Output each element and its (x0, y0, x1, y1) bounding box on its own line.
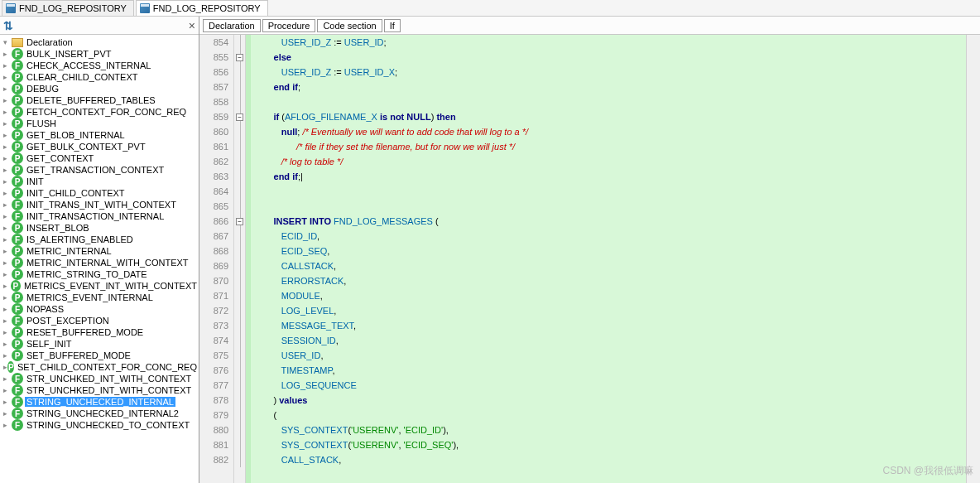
fold-cell[interactable] (234, 288, 245, 303)
expand-icon[interactable]: ▸ (3, 328, 12, 336)
code-line[interactable]: if (AFLOG_FILENAME_X is not NULL) then (251, 109, 966, 124)
code-line[interactable]: ERRORSTACK, (251, 273, 966, 288)
expand-icon[interactable]: ▸ (3, 119, 12, 128)
expand-icon[interactable]: ▸ (3, 374, 12, 383)
fold-cell[interactable] (234, 80, 245, 94)
expand-icon[interactable]: ▸ (3, 177, 12, 186)
fold-cell[interactable] (234, 35, 245, 50)
breadcrumb-item[interactable]: Procedure (262, 19, 316, 32)
fold-cell[interactable] (234, 65, 245, 80)
expand-icon[interactable]: ▸ (3, 270, 12, 278)
code-line[interactable]: TIMESTAMP, (251, 363, 966, 378)
code-line[interactable]: LOG_LEVEL, (251, 303, 966, 318)
code-line[interactable]: ) values (251, 393, 966, 408)
fold-cell[interactable]: − (234, 50, 245, 65)
fold-cell[interactable] (234, 348, 245, 363)
tree-declaration[interactable]: ▾Declaration (0, 36, 199, 48)
fold-cell[interactable] (234, 124, 245, 139)
breadcrumb-item[interactable]: Code section (317, 19, 382, 32)
tree-item[interactable]: ▸PRESET_BUFFERED_MODE (0, 326, 199, 338)
code-line[interactable]: end if; (251, 80, 966, 94)
expand-icon[interactable]: ▸ (3, 293, 12, 302)
file-tab-active[interactable]: FND_LOG_REPOSITORY (136, 0, 268, 16)
expand-icon[interactable]: ▸ (3, 61, 12, 70)
expand-icon[interactable]: ▸ (3, 316, 12, 325)
fold-cell[interactable] (234, 184, 245, 199)
code-line[interactable] (251, 199, 966, 214)
tree-item[interactable]: ▸PINSERT_BLOB (0, 222, 199, 234)
fold-cell[interactable] (234, 139, 245, 154)
fold-cell[interactable] (234, 273, 245, 288)
expand-icon[interactable]: ▸ (3, 189, 12, 197)
expand-icon[interactable]: ▸ (3, 235, 12, 244)
expand-icon[interactable]: ▸ (3, 108, 12, 116)
tree-item[interactable]: ▸FBULK_INSERT_PVT (0, 48, 199, 60)
tree-item[interactable]: ▸PMETRIC_STRING_TO_DATE (0, 268, 199, 280)
tree-item[interactable]: ▸PDEBUG (0, 83, 199, 94)
expand-icon[interactable]: ▸ (3, 142, 12, 151)
tree-item[interactable]: ▸FSTR_UNCHKED_INT_WITH_CONTEXT (0, 373, 199, 384)
fold-cell[interactable] (234, 452, 245, 467)
tree-item[interactable]: ▸PFETCH_CONTEXT_FOR_CONC_REQ (0, 106, 199, 118)
code-line[interactable]: end if;| (251, 169, 966, 184)
code-line[interactable]: LOG_SEQUENCE (251, 378, 966, 393)
expand-icon[interactable]: ▸ (3, 85, 12, 93)
expand-icon[interactable]: ▸ (3, 166, 12, 174)
code-line[interactable]: ECID_SEQ, (251, 244, 966, 258)
vertical-scrollbar[interactable] (966, 35, 980, 483)
code-line[interactable]: USER_ID, (251, 348, 966, 363)
filter-input[interactable] (13, 21, 189, 31)
tree-item[interactable]: ▸FSTRING_UNCHECKED_INTERNAL (0, 396, 199, 408)
breadcrumb-item[interactable]: Declaration (203, 19, 261, 32)
tree-item[interactable]: ▸PSET_BUFFERED_MODE (0, 350, 199, 361)
code-line[interactable]: else (251, 50, 966, 65)
file-tab[interactable]: FND_LOG_REPOSITORY (2, 0, 134, 16)
code-line[interactable]: SYS_CONTEXT('USERENV', 'ECID_SEQ'), (251, 437, 966, 452)
fold-gutter[interactable]: −−− (234, 35, 246, 483)
fold-cell[interactable] (234, 303, 245, 318)
tree-item[interactable]: ▸PSET_CHILD_CONTEXT_FOR_CONC_REQ (0, 361, 199, 373)
tree-item[interactable]: ▸PINIT_CHILD_CONTEXT (0, 187, 199, 199)
tree-item[interactable]: ▸FINIT_TRANS_INT_WITH_CONTEXT (0, 199, 199, 210)
fold-cell[interactable] (234, 437, 245, 452)
expand-icon[interactable]: ▸ (3, 409, 12, 418)
tree-item[interactable]: ▸FSTR_UNCHKED_INT_WITH_CONTEXT (0, 384, 199, 396)
tree-item[interactable]: ▸PFLUSH (0, 118, 199, 129)
code-line[interactable]: CALLSTACK, (251, 258, 966, 273)
expand-icon[interactable]: ▸ (3, 351, 12, 360)
code-line[interactable] (251, 184, 966, 199)
code-line[interactable]: SYS_CONTEXT('USERENV', 'ECID_ID'), (251, 423, 966, 437)
sort-icon[interactable]: ⇅ (3, 19, 13, 32)
fold-cell[interactable] (234, 199, 245, 214)
code-line[interactable]: INSERT INTO FND_LOG_MESSAGES ( (251, 214, 966, 229)
expand-icon[interactable]: ▸ (3, 258, 12, 267)
code-line[interactable]: /* log to table */ (251, 154, 966, 169)
object-tree[interactable]: ▾Declaration▸FBULK_INSERT_PVT▸FCHECK_ACC… (0, 35, 199, 483)
code-line[interactable]: null; /* Eventually we will want to add … (251, 124, 966, 139)
tree-item[interactable]: ▸FPOST_EXCEPTION (0, 315, 199, 326)
fold-cell[interactable] (234, 244, 245, 258)
fold-cell[interactable] (234, 363, 245, 378)
tree-item[interactable]: ▸PGET_BLOB_INTERNAL (0, 129, 199, 141)
code-line[interactable] (251, 94, 966, 109)
code-line[interactable]: SESSION_ID, (251, 333, 966, 348)
tree-item[interactable]: ▸PMETRICS_EVENT_INTERNAL (0, 292, 199, 303)
tree-item[interactable]: ▸FSTRING_UNCHECKED_TO_CONTEXT (0, 419, 199, 431)
tree-item[interactable]: ▸PGET_CONTEXT (0, 152, 199, 164)
expand-icon[interactable]: ▸ (3, 73, 12, 81)
code-line[interactable]: CALL_STACK, (251, 452, 966, 467)
fold-cell[interactable] (234, 154, 245, 169)
tree-item[interactable]: ▸PCLEAR_CHILD_CONTEXT (0, 71, 199, 83)
expand-icon[interactable]: ▸ (3, 50, 12, 58)
tree-item[interactable]: ▸PMETRIC_INTERNAL (0, 245, 199, 257)
fold-cell[interactable] (234, 333, 245, 348)
code-line[interactable]: MODULE, (251, 288, 966, 303)
tree-item[interactable]: ▸PMETRICS_EVENT_INT_WITH_CONTEXT (0, 280, 199, 292)
expand-icon[interactable]: ▸ (3, 305, 12, 313)
expand-icon[interactable]: ▸ (3, 386, 12, 394)
code-line[interactable]: USER_ID_Z := USER_ID_X; (251, 65, 966, 80)
fold-cell[interactable]: − (234, 109, 245, 124)
fold-cell[interactable] (234, 318, 245, 333)
code-line[interactable]: USER_ID_Z := USER_ID; (251, 35, 966, 50)
clear-filter-icon[interactable]: × (189, 19, 195, 32)
